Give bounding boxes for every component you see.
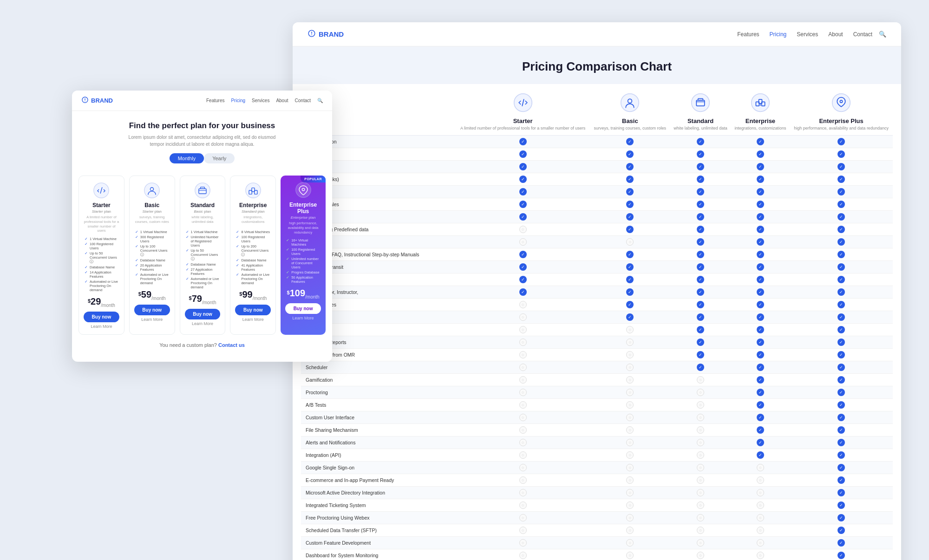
front-nav-contact[interactable]: Contact bbox=[295, 98, 311, 103]
feature-cell: ○ bbox=[456, 235, 590, 248]
plan-price: $79/month bbox=[185, 294, 221, 305]
feature-cell: ✓ bbox=[790, 185, 893, 198]
buy-button[interactable]: Buy now bbox=[84, 312, 119, 322]
table-row: Free Proctoring Using Webex○○○○✓ bbox=[301, 511, 893, 524]
plan-feature-item: 16+ Virtual Machines bbox=[286, 238, 320, 247]
table-row: E-commerce and In-app Payment Ready○○○○✓ bbox=[301, 474, 893, 486]
plan-desc: surveys, training courses, custom roles bbox=[134, 215, 170, 226]
feature-cell: ○ bbox=[456, 423, 590, 436]
plan-price: $99/month bbox=[235, 290, 271, 301]
table-row: Export using Predefined data○✓✓✓✓ bbox=[301, 223, 893, 235]
feature-cell: ○ bbox=[670, 499, 731, 511]
feature-cell: ✓ bbox=[670, 348, 731, 361]
feature-cell: ✓ bbox=[790, 549, 893, 560]
plan-features-list: 8 Virtual Machines100 Registered UsersUp… bbox=[235, 230, 271, 285]
buy-button[interactable]: Buy now bbox=[235, 305, 271, 315]
table-row: Scheduler○○✓✓✓ bbox=[301, 361, 893, 373]
feature-cell: ✓ bbox=[731, 436, 790, 449]
feature-cell: ○ bbox=[731, 461, 790, 474]
nav-features[interactable]: Features bbox=[737, 31, 759, 38]
feature-cell: ✓ bbox=[670, 286, 731, 298]
feature-cell: ✓ bbox=[731, 198, 790, 210]
learn-more-link[interactable]: Learn More bbox=[285, 316, 321, 320]
table-row: Designer✓✓✓✓✓ bbox=[301, 185, 893, 198]
feature-cell: ✓ bbox=[670, 235, 731, 248]
table-row: Administrator, Instructor,✓✓✓✓✓ bbox=[301, 286, 893, 298]
plan-feature-item: 50 Application Features bbox=[286, 275, 320, 284]
feature-cell: ✓ bbox=[731, 235, 790, 248]
nav-pricing[interactable]: Pricing bbox=[770, 31, 787, 38]
feature-cell: ✓ bbox=[790, 486, 893, 499]
enterprise-plus-plan-desc: high performance, availability and data … bbox=[792, 126, 890, 131]
plan-price: $59/month bbox=[134, 290, 170, 301]
feature-cell: ✓ bbox=[731, 336, 790, 348]
front-nav-about[interactable]: About bbox=[276, 98, 288, 103]
learn-more-link[interactable]: Learn More bbox=[235, 317, 271, 322]
plan-card-basic: BasicStarter plansurveys, training cours… bbox=[129, 176, 175, 335]
learn-more-link[interactable]: Learn More bbox=[134, 317, 170, 322]
table-row: Center with FAQ, Instructional Step-by-s… bbox=[301, 248, 893, 260]
table-row: Custom Roles○✓✓✓✓ bbox=[301, 298, 893, 311]
front-nav-features[interactable]: Features bbox=[206, 98, 224, 103]
feature-cell: ✓ bbox=[790, 198, 893, 210]
monthly-toggle[interactable]: Monthly bbox=[170, 153, 204, 163]
search-icon[interactable]: 🔍 bbox=[879, 31, 886, 38]
learn-more-link[interactable]: Learn More bbox=[185, 321, 221, 326]
plan-name: Basic bbox=[134, 202, 170, 208]
nav-about[interactable]: About bbox=[828, 31, 843, 38]
front-brand-text: BRAND bbox=[91, 97, 113, 104]
feature-label: Microsoft Active Directory Integration bbox=[301, 486, 456, 499]
front-nav-links: Features Pricing Services About Contact … bbox=[206, 98, 323, 103]
buy-button[interactable]: Buy now bbox=[285, 303, 321, 314]
feature-cell: ○ bbox=[590, 398, 670, 411]
feature-cell: ✓ bbox=[790, 449, 893, 461]
plan-feature-item: Automated or Live Proctoring On demand bbox=[186, 277, 220, 289]
feature-cell: ○ bbox=[456, 323, 590, 336]
feature-cell: ✓ bbox=[590, 223, 670, 235]
front-nav-pricing[interactable]: Pricing bbox=[231, 98, 245, 103]
buy-button[interactable]: Buy now bbox=[134, 305, 170, 315]
feature-cell: ✓ bbox=[456, 260, 590, 273]
feature-cell: ✓ bbox=[456, 135, 590, 148]
feature-cell: ✓ bbox=[790, 536, 893, 549]
feature-cell: ○ bbox=[670, 486, 731, 499]
feature-cell: ○ bbox=[590, 524, 670, 536]
plan-type: Starter plan bbox=[134, 209, 170, 214]
feature-cell: ✓ bbox=[456, 185, 590, 198]
feature-cell: ○ bbox=[590, 348, 670, 361]
feature-cell: ✓ bbox=[456, 273, 590, 286]
plan-header-basic: Basic surveys, training courses, custom … bbox=[590, 84, 670, 135]
nav-services[interactable]: Services bbox=[797, 31, 818, 38]
table-row: Authentication✓✓✓✓✓ bbox=[301, 135, 893, 148]
front-nav-services[interactable]: Services bbox=[252, 98, 269, 103]
feature-label: Alerts and Notifications bbox=[301, 436, 456, 449]
feature-cell: ✓ bbox=[670, 361, 731, 373]
custom-plan-link[interactable]: Contact us bbox=[218, 342, 245, 348]
feature-cell: ✓ bbox=[670, 298, 731, 311]
plan-feature-item: 1 Virtual Machine bbox=[186, 230, 220, 234]
feature-cell: ✓ bbox=[670, 273, 731, 286]
feature-cell: ✓ bbox=[790, 235, 893, 248]
learn-more-link[interactable]: Learn More bbox=[84, 324, 119, 329]
feature-cell: ✓ bbox=[790, 311, 893, 323]
feature-cell: ○ bbox=[590, 361, 670, 373]
feature-cell: ○ bbox=[456, 436, 590, 449]
feature-cell: ✓ bbox=[670, 210, 731, 223]
feature-cell: ✓ bbox=[790, 260, 893, 273]
feature-cell: ✓ bbox=[790, 436, 893, 449]
standard-plan-desc: white labeling, unlimited data bbox=[673, 126, 728, 131]
plan-name: Enterprise bbox=[235, 202, 271, 208]
front-nav-search-icon[interactable]: 🔍 bbox=[317, 98, 323, 103]
table-row: Get Results from OMR○○✓✓✓ bbox=[301, 348, 893, 361]
feature-cell: ○ bbox=[670, 474, 731, 486]
feature-cell: ○ bbox=[670, 461, 731, 474]
feature-label: A/B Tests bbox=[301, 398, 456, 411]
yearly-toggle[interactable]: Yearly bbox=[204, 153, 235, 163]
buy-button[interactable]: Buy now bbox=[185, 309, 221, 319]
feature-cell: ○ bbox=[456, 373, 590, 386]
plan-feature-item: 20 Application Features bbox=[135, 263, 169, 272]
plan-feature-item: 100 Registered Users bbox=[85, 242, 118, 250]
nav-contact[interactable]: Contact bbox=[853, 31, 872, 38]
starter-plan-name: Starter bbox=[458, 117, 587, 124]
table-row: File Sharing Mechanism○○○✓✓ bbox=[301, 423, 893, 436]
